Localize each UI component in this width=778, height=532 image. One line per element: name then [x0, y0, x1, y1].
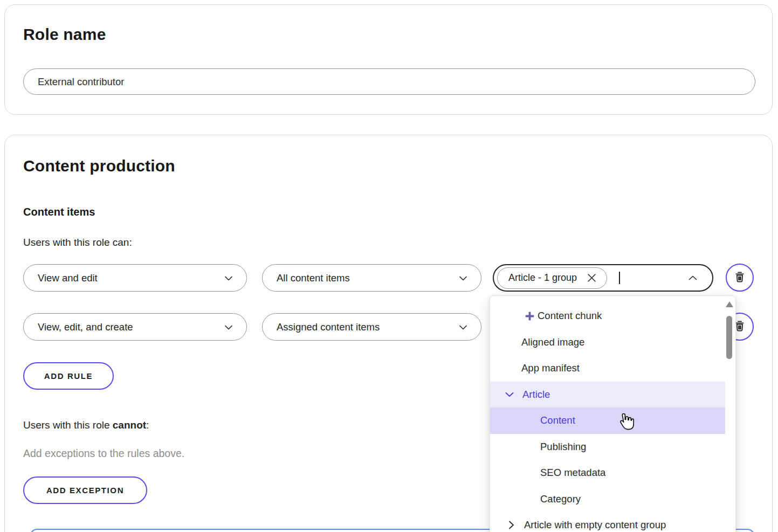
- dropdown-option-label: Article: [522, 389, 550, 400]
- content-production-title: Content production: [23, 157, 175, 175]
- chevron-right-icon[interactable]: [506, 519, 517, 531]
- chevron-down-icon: [457, 272, 469, 284]
- dropdown-option-aligned-image[interactable]: Aligned image: [490, 329, 725, 356]
- dropdown-group-article-with-empty-content-group[interactable]: Article with empty content group: [490, 512, 725, 532]
- role-name-input[interactable]: [23, 68, 755, 95]
- dropdown-option-label: Content: [540, 414, 575, 426]
- chevron-down-icon: [223, 321, 235, 333]
- chevron-down-icon: [457, 321, 469, 333]
- trash-icon: [733, 270, 747, 286]
- dropdown-option-content-chunk[interactable]: Content chunk: [490, 303, 725, 329]
- selected-type-chip: Article - 1 group: [497, 267, 607, 289]
- content-type-dropdown-panel: Content chunk Aligned image App manifest…: [490, 295, 736, 532]
- dropdown-group-article[interactable]: Article: [490, 382, 725, 408]
- dropdown-option-label: SEO metadata: [540, 467, 605, 479]
- chevron-down-icon[interactable]: [504, 389, 515, 400]
- scroll-up-arrow-icon[interactable]: [726, 301, 733, 307]
- dropdown-option-label: Category: [540, 493, 581, 505]
- role-can-label: Users with this role can:: [23, 237, 132, 248]
- dropdown-option-article-seo-metadata[interactable]: SEO metadata: [490, 460, 725, 486]
- content-type-multiselect[interactable]: Article - 1 group: [493, 264, 713, 292]
- content-items-subtitle: Content items: [23, 206, 95, 218]
- dropdown-option-label: App manifest: [521, 362, 580, 374]
- delete-rule1-button[interactable]: [726, 264, 754, 292]
- scope-select-value: All content items: [277, 272, 350, 284]
- scope-select-rule2[interactable]: Assigned content items: [262, 313, 481, 341]
- chevron-down-icon: [223, 272, 235, 284]
- scope-select-rule1[interactable]: All content items: [262, 264, 481, 292]
- dropdown-option-app-manifest[interactable]: App manifest: [490, 355, 725, 382]
- close-icon[interactable]: [586, 272, 598, 284]
- chevron-up-icon[interactable]: [686, 272, 699, 285]
- add-rule-button[interactable]: ADD RULE: [23, 362, 114, 390]
- dropdown-option-article-content[interactable]: Content: [490, 407, 725, 434]
- permission-select-value: View and edit: [38, 272, 98, 284]
- scrollbar-thumb[interactable]: [726, 316, 732, 359]
- dropdown-option-label: Content chunk: [538, 310, 602, 322]
- dropdown-option-label: Aligned image: [521, 336, 584, 348]
- role-name-title: Role name: [23, 25, 106, 44]
- role-cannot-label: Users with this role cannot:: [23, 419, 149, 431]
- scope-select-value: Assigned content items: [277, 321, 380, 333]
- text-caret: [619, 272, 620, 284]
- permission-select-rule2[interactable]: View, edit, and create: [23, 313, 247, 341]
- permission-select-rule1[interactable]: View and edit: [23, 264, 247, 292]
- selected-type-chip-label: Article - 1 group: [508, 272, 577, 284]
- dropdown-option-label: Publishing: [540, 441, 586, 453]
- plus-icon: [525, 311, 535, 321]
- dropdown-option-article-category[interactable]: Category: [490, 486, 725, 513]
- pointer-cursor-icon: [615, 411, 636, 434]
- role-name-card: Role name: [4, 4, 773, 115]
- permission-select-value: View, edit, and create: [38, 321, 133, 333]
- add-exception-button[interactable]: ADD EXCEPTION: [23, 476, 147, 504]
- dropdown-option-article-publishing[interactable]: Publishing: [490, 434, 725, 460]
- dropdown-option-label: Article with empty content group: [524, 519, 666, 531]
- exceptions-hint-text: Add exceptions to the rules above.: [23, 447, 184, 460]
- scrollbar[interactable]: [725, 299, 734, 532]
